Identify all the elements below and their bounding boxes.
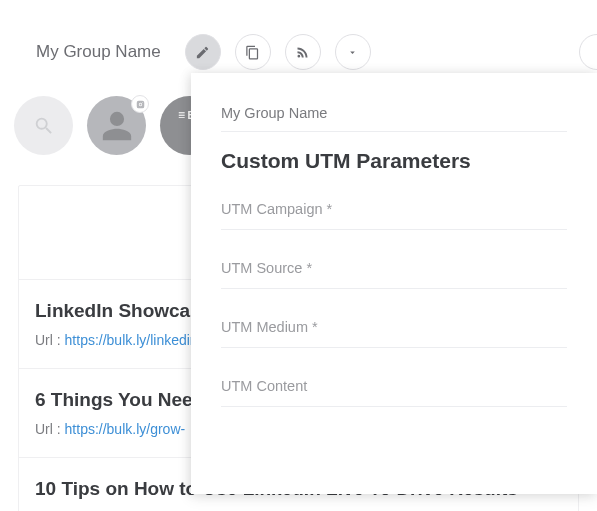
- page-title: My Group Name: [36, 42, 161, 62]
- utm-content-label: UTM Content: [221, 378, 567, 394]
- utm-source-label: UTM Source *: [221, 260, 567, 276]
- header-bar: My Group Name: [0, 0, 597, 70]
- search-icon: [33, 115, 55, 137]
- rss-button[interactable]: [285, 34, 321, 70]
- url-prefix: Url :: [35, 421, 65, 437]
- profile-avatar[interactable]: [87, 96, 146, 155]
- pencil-icon: [195, 45, 210, 60]
- copy-button[interactable]: [235, 34, 271, 70]
- url-prefix: Url :: [35, 332, 65, 348]
- dropdown-button[interactable]: [335, 34, 371, 70]
- panel-section-title: Custom UTM Parameters: [221, 149, 567, 173]
- utm-medium-label: UTM Medium *: [221, 319, 567, 335]
- post-url-link[interactable]: https://bulk.ly/grow-: [65, 421, 186, 437]
- instagram-badge: [131, 95, 149, 113]
- edit-button[interactable]: [185, 34, 221, 70]
- post-url-link[interactable]: https://bulk.ly/linkedin: [65, 332, 198, 348]
- utm-source-field[interactable]: UTM Source *: [221, 250, 567, 289]
- chevron-down-icon: [347, 47, 358, 58]
- panel-group-name: My Group Name: [221, 105, 567, 132]
- rss-icon: [295, 45, 310, 60]
- copy-icon: [245, 45, 260, 60]
- utm-campaign-label: UTM Campaign *: [221, 201, 567, 217]
- instagram-icon: [136, 100, 145, 109]
- utm-content-field[interactable]: UTM Content: [221, 368, 567, 407]
- utm-campaign-field[interactable]: UTM Campaign *: [221, 191, 567, 230]
- person-icon: [100, 109, 134, 143]
- utm-panel: My Group Name Custom UTM Parameters UTM …: [191, 73, 597, 494]
- add-account-avatar[interactable]: [14, 96, 73, 155]
- utm-medium-field[interactable]: UTM Medium *: [221, 309, 567, 348]
